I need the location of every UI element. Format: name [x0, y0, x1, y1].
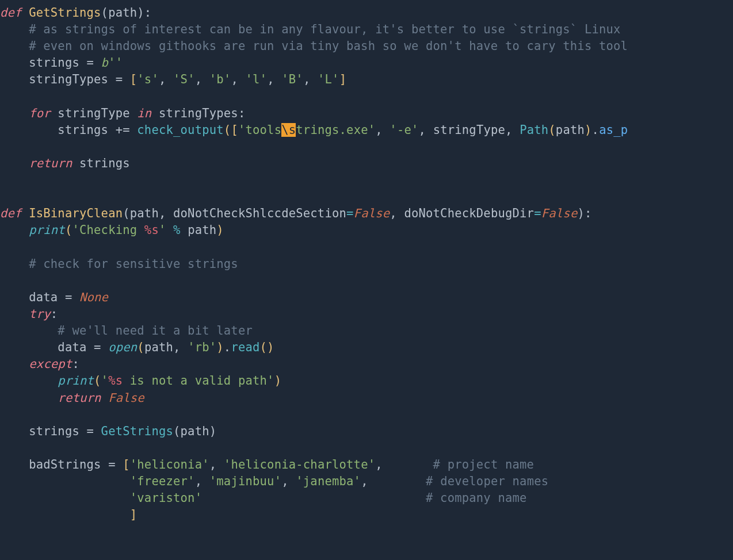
- call: read: [231, 340, 259, 354]
- const-false: False: [541, 206, 578, 220]
- comment: # project name: [433, 458, 535, 471]
- comment: # company name: [426, 491, 527, 505]
- const-none: None: [79, 290, 108, 304]
- call: GetStrings: [101, 424, 173, 438]
- line: def IsBinaryClean(path, doNotCheckShlccd…: [0, 206, 592, 220]
- line: 'variston' # company name: [0, 491, 527, 505]
- line: data = open(path, 'rb').read(): [0, 340, 274, 354]
- call: Path: [520, 123, 548, 137]
- line: return False: [0, 391, 144, 405]
- code-block: def GetStrings(path): # as strings of in…: [0, 0, 733, 523]
- builtin-print: print: [29, 223, 65, 237]
- line: def GetStrings(path):: [0, 6, 151, 20]
- line: strings = GetStrings(path): [0, 424, 216, 438]
- keyword-try: try: [29, 307, 51, 321]
- keyword-def: def: [0, 206, 29, 220]
- const-false: False: [108, 391, 144, 405]
- keyword-def: def: [0, 6, 29, 20]
- line: print('%s is not a valid path'): [0, 374, 281, 388]
- comment: # check for sensitive strings: [0, 257, 238, 271]
- call: check_output: [137, 123, 224, 137]
- signature: (path):: [101, 6, 152, 20]
- const-false: False: [354, 206, 390, 220]
- keyword-return: return: [29, 156, 79, 170]
- builtin-print: print: [58, 374, 94, 388]
- keyword-return: return: [58, 391, 108, 405]
- keyword-for: for: [29, 106, 58, 120]
- comment: # as strings of interest can be in any f…: [0, 22, 628, 36]
- string: '': [108, 56, 123, 70]
- line: return strings: [0, 156, 130, 170]
- line: ]: [0, 508, 137, 521]
- comment: # even on windows githooks are run via t…: [0, 39, 628, 53]
- line: data = None: [0, 290, 108, 304]
- keyword-in: in: [137, 106, 159, 120]
- builtin-open: open: [108, 340, 137, 354]
- line: for stringType in stringTypes:: [0, 106, 245, 120]
- percent-s: %s: [144, 223, 159, 237]
- highlight: \s: [281, 123, 296, 137]
- func-name: IsBinaryClean: [29, 206, 123, 220]
- line: stringTypes = ['s', 'S', 'b', 'l', 'B', …: [0, 72, 346, 86]
- byte-prefix: b: [101, 56, 109, 70]
- func-name: GetStrings: [29, 6, 101, 20]
- line: strings += check_output(['tools\strings.…: [0, 123, 628, 137]
- line: badStrings = ['heliconia', 'heliconia-ch…: [0, 458, 534, 471]
- line: except:: [0, 357, 79, 371]
- comment: # we'll need it a bit later: [0, 324, 253, 337]
- line: try:: [0, 307, 58, 321]
- percent-s: %s: [108, 374, 123, 388]
- comment: # developer names: [426, 474, 548, 488]
- line: 'freezer', 'majinbuu', 'janemba', # deve…: [0, 474, 548, 488]
- attr: as_p: [599, 123, 628, 137]
- keyword-except: except: [29, 357, 72, 371]
- line: print('Checking %s' % path): [0, 223, 224, 237]
- line: strings = b'': [0, 56, 123, 70]
